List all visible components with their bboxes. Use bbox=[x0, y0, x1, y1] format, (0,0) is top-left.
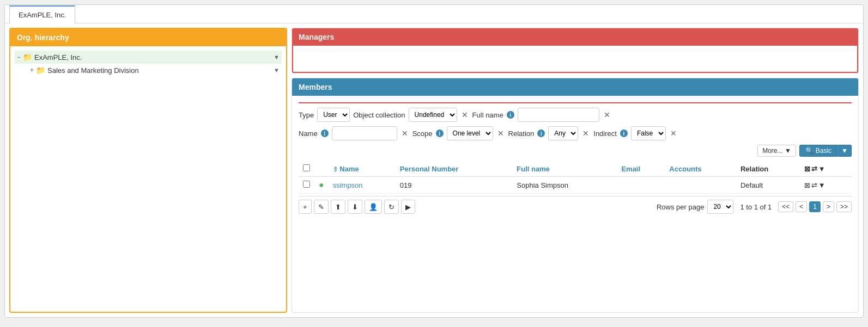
download-button[interactable]: ⬇ bbox=[348, 200, 362, 214]
basic-dropdown-btn[interactable]: ▼ bbox=[837, 145, 852, 157]
col-checkbox bbox=[299, 161, 314, 177]
upload-button[interactable]: ⬆ bbox=[331, 200, 345, 214]
folder-icon-child1: 📁 bbox=[36, 66, 45, 75]
scope-info-icon[interactable]: i bbox=[436, 129, 444, 137]
row-relation-cell: Default bbox=[736, 177, 800, 194]
indirect-info-icon[interactable]: i bbox=[620, 129, 628, 137]
col-actions-dropdown[interactable]: ▼ bbox=[818, 165, 825, 173]
search-button[interactable]: 🔍 Basic bbox=[799, 145, 837, 157]
object-collection-select[interactable]: Undefined bbox=[409, 108, 457, 122]
fullname-info-icon[interactable]: i bbox=[507, 111, 514, 119]
first-page-btn[interactable]: << bbox=[778, 201, 793, 212]
filter-row-1: Type User Object collection Undefined ✕ … bbox=[299, 108, 852, 122]
members-table: ⇧ Name Personal Number Full name Email A… bbox=[299, 161, 852, 194]
assign-button[interactable]: 👤 bbox=[365, 200, 382, 214]
tree-collapse-icon[interactable]: − bbox=[17, 53, 21, 61]
col-actions-header: ⊠ ⇄ ▼ bbox=[800, 161, 852, 177]
row-action-icon1[interactable]: ⊠ bbox=[804, 181, 810, 189]
tree-arrow-root[interactable]: ▼ bbox=[274, 54, 280, 60]
indirect-label: Indirect bbox=[593, 129, 617, 138]
col-name-header[interactable]: ⇧ Name bbox=[329, 161, 396, 177]
more-button[interactable]: More... ▼ bbox=[757, 145, 796, 157]
type-select[interactable]: User bbox=[317, 108, 350, 122]
pagination: Rows per page 20 1 to 1 of 1 << < 1 > >> bbox=[657, 200, 852, 214]
relation-select[interactable]: Any bbox=[548, 126, 578, 140]
tree-arrow-child1[interactable]: ▼ bbox=[274, 67, 280, 73]
members-divider bbox=[299, 102, 852, 103]
col-relation-header[interactable]: Relation bbox=[736, 161, 800, 177]
page-info: 1 to 1 of 1 bbox=[740, 203, 772, 211]
managers-body bbox=[292, 46, 858, 73]
content-area: Org. hierarchy − 📁 ExAmPLE, Inc. ▼ + 📁 S… bbox=[5, 23, 863, 317]
col-personal-number-header[interactable]: Personal Number bbox=[396, 161, 513, 177]
scope-clear-btn[interactable]: ✕ bbox=[496, 129, 505, 138]
members-section: Members Type User Object collection Unde… bbox=[292, 78, 859, 313]
indirect-clear-btn[interactable]: ✕ bbox=[669, 129, 678, 138]
col-accounts-header[interactable]: Accounts bbox=[665, 161, 736, 177]
last-page-btn[interactable]: >> bbox=[836, 201, 852, 212]
row-checkbox[interactable] bbox=[303, 181, 310, 188]
type-label: Type bbox=[299, 111, 314, 119]
table-header-row: ⇧ Name Personal Number Full name Email A… bbox=[299, 161, 852, 177]
row-personal-number-cell: 019 bbox=[396, 177, 513, 194]
members-body: Type User Object collection Undefined ✕ … bbox=[292, 96, 858, 224]
scope-label: Scope bbox=[412, 129, 433, 138]
main-tab[interactable]: ExAmPLE, Inc. bbox=[9, 5, 75, 23]
object-collection-clear-btn[interactable]: ✕ bbox=[460, 110, 469, 119]
col-actions-icon2[interactable]: ⇄ bbox=[811, 165, 817, 173]
org-hierarchy-body: − 📁 ExAmPLE, Inc. ▼ + 📁 Sales and Market… bbox=[10, 46, 286, 297]
search-btn-group: 🔍 Basic ▼ bbox=[799, 145, 852, 157]
row-fullname-cell: Sophia Simpson bbox=[512, 177, 617, 194]
tree-expand-icon[interactable]: + bbox=[30, 66, 34, 74]
row-action-dropdown[interactable]: ▼ bbox=[818, 181, 825, 189]
managers-section: Managers bbox=[292, 28, 859, 73]
managers-header: Managers bbox=[292, 28, 858, 46]
search-icon: 🔍 bbox=[805, 147, 814, 155]
refresh-button[interactable]: ↻ bbox=[384, 200, 399, 214]
name-clear-btn[interactable]: ✕ bbox=[400, 129, 409, 138]
table-header: ⇧ Name Personal Number Full name Email A… bbox=[299, 161, 852, 177]
add-button[interactable]: + bbox=[299, 200, 312, 214]
name-input[interactable] bbox=[332, 126, 397, 140]
fullname-input[interactable] bbox=[518, 108, 599, 122]
relation-info-icon[interactable]: i bbox=[537, 129, 545, 137]
filter-row-3: More... ▼ 🔍 Basic ▼ bbox=[299, 145, 852, 157]
next-page-btn[interactable]: > bbox=[823, 201, 834, 212]
play-button[interactable]: ▶ bbox=[401, 200, 415, 214]
tree-item-root[interactable]: − 📁 ExAmPLE, Inc. ▼ bbox=[15, 51, 282, 64]
fullname-label: Full name bbox=[472, 111, 503, 119]
current-page-btn[interactable]: 1 bbox=[809, 201, 821, 212]
members-header: Members bbox=[292, 78, 858, 96]
select-all-checkbox[interactable] bbox=[303, 164, 310, 171]
rows-per-page-label: Rows per page bbox=[657, 203, 704, 211]
org-hierarchy-header: Org. hierarchy bbox=[10, 29, 286, 46]
prev-page-btn[interactable]: < bbox=[796, 201, 807, 212]
name-label: Name bbox=[299, 129, 318, 138]
tree-item-child1[interactable]: + 📁 Sales and Marketing Division ▼ bbox=[28, 64, 282, 77]
tree-label-child1: Sales and Marketing Division bbox=[47, 66, 139, 75]
search-button-label: Basic bbox=[816, 147, 831, 155]
rows-per-page-select[interactable]: 20 bbox=[707, 200, 733, 214]
relation-label: Relation bbox=[508, 129, 535, 138]
table-body: ● ssimpson 019 Sophia Simpson Default bbox=[299, 177, 852, 194]
col-fullname-header[interactable]: Full name bbox=[512, 161, 617, 177]
row-user-icon-cell: ● bbox=[314, 177, 329, 194]
col-email-header[interactable]: Email bbox=[617, 161, 665, 177]
object-collection-label: Object collection bbox=[353, 111, 405, 119]
tree-label-root: ExAmPLE, Inc. bbox=[34, 53, 82, 61]
right-panel: Managers Members Type User Object collec… bbox=[292, 28, 859, 313]
left-panel: Org. hierarchy − 📁 ExAmPLE, Inc. ▼ + 📁 S… bbox=[9, 28, 287, 313]
folder-icon-root: 📁 bbox=[23, 53, 32, 61]
name-info-icon[interactable]: i bbox=[321, 129, 329, 137]
main-container: ExAmPLE, Inc. Org. hierarchy − 📁 ExAmPLE… bbox=[4, 4, 864, 318]
scope-select[interactable]: One level bbox=[447, 126, 493, 140]
user-icon: ● bbox=[319, 180, 324, 189]
relation-clear-btn[interactable]: ✕ bbox=[581, 129, 590, 138]
edit-button[interactable]: ✎ bbox=[314, 200, 329, 214]
row-action-icon2[interactable]: ⇄ bbox=[811, 181, 817, 189]
col-actions-icon1[interactable]: ⊠ bbox=[804, 165, 810, 173]
fullname-clear-btn[interactable]: ✕ bbox=[603, 110, 611, 119]
row-name-link[interactable]: ssimpson bbox=[333, 181, 363, 189]
rows-per-page: Rows per page 20 bbox=[657, 200, 733, 214]
indirect-select[interactable]: False bbox=[631, 126, 666, 140]
